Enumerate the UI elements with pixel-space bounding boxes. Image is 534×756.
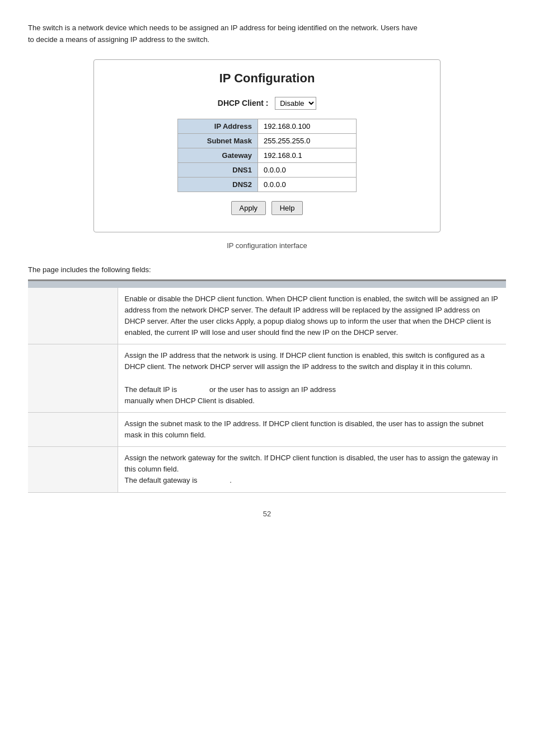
subnet-mask-field-name — [28, 412, 118, 446]
table-row: Assign the network gateway for the switc… — [28, 447, 506, 492]
gateway-input[interactable] — [264, 151, 350, 160]
dns2-label: DNS2 — [178, 177, 258, 192]
intro-line2: to decide a means of assigning IP addres… — [28, 35, 209, 44]
ip-address-label: IP Address — [178, 119, 258, 133]
caption: IP configuration interface — [28, 241, 506, 250]
subnet-mask-value[interactable] — [258, 133, 357, 148]
ip-address-field-name — [28, 344, 118, 413]
button-row: Apply Help — [111, 201, 423, 215]
gateway-description: Assign the network gateway for the switc… — [118, 447, 506, 492]
table-row: Gateway — [178, 148, 357, 162]
ip-config-title: IP Configuration — [111, 71, 423, 86]
table-row: DNS2 — [178, 177, 357, 192]
gateway-value[interactable] — [258, 148, 357, 162]
help-button[interactable]: Help — [271, 201, 303, 215]
dhcp-client-description: Enable or disable the DHCP client functi… — [118, 288, 506, 344]
dhcp-client-label: DHCP Client : — [218, 99, 269, 108]
intro-paragraph: The switch is a network device which nee… — [28, 22, 506, 46]
dns1-label: DNS1 — [178, 162, 258, 177]
dns1-input[interactable] — [264, 166, 350, 174]
ip-address-input[interactable] — [264, 122, 350, 130]
ip-address-value[interactable] — [258, 119, 357, 133]
apply-button[interactable]: Apply — [231, 201, 266, 215]
table-row: Subnet Mask — [178, 133, 357, 148]
subnet-mask-description: Assign the subnet mask to the IP address… — [118, 412, 506, 446]
table-row: Assign the IP address that the network i… — [28, 344, 506, 413]
dhcp-client-field-name — [28, 288, 118, 344]
gateway-label: Gateway — [178, 148, 258, 162]
fields-section-intro: The page includes the following fields: — [28, 265, 506, 274]
col1-header — [28, 280, 118, 288]
fields-description-table: Enable or disable the DHCP client functi… — [28, 279, 506, 493]
table-row: DNS1 — [178, 162, 357, 177]
dns2-value[interactable] — [258, 177, 357, 192]
subnet-mask-input[interactable] — [264, 137, 350, 145]
table-row: Assign the subnet mask to the IP address… — [28, 412, 506, 446]
dhcp-client-select[interactable]: Disable Enable — [275, 97, 316, 110]
gateway-field-name — [28, 447, 118, 492]
subnet-mask-label: Subnet Mask — [178, 133, 258, 148]
dns2-input[interactable] — [264, 180, 350, 189]
dns1-value[interactable] — [258, 162, 357, 177]
table-header-row — [28, 280, 506, 288]
intro-line1: The switch is a network device which nee… — [28, 24, 418, 32]
ip-configuration-panel: IP Configuration DHCP Client : Disable E… — [93, 59, 441, 232]
ip-address-description: Assign the IP address that the network i… — [118, 344, 506, 413]
ip-fields-table: IP Address Subnet Mask Gateway DNS1 DNS2 — [177, 119, 357, 192]
table-row: IP Address — [178, 119, 357, 133]
page-number: 52 — [28, 510, 506, 518]
col2-header — [118, 280, 506, 288]
table-row: Enable or disable the DHCP client functi… — [28, 288, 506, 344]
dhcp-client-row: DHCP Client : Disable Enable — [111, 97, 423, 110]
